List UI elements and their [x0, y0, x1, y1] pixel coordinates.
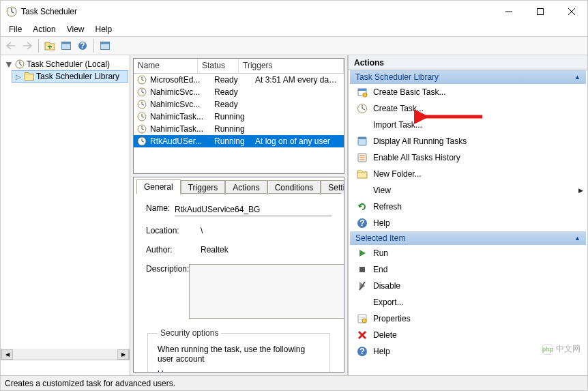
- action-item[interactable]: ? Help: [350, 215, 586, 231]
- app-icon: [6, 6, 17, 17]
- cell-triggers: At log on of any user: [251, 136, 344, 146]
- action-label: Create Basic Task...: [373, 87, 446, 97]
- menu-view[interactable]: View: [61, 23, 90, 35]
- action-item[interactable]: Delete: [350, 327, 586, 343]
- menu-file[interactable]: File: [3, 23, 27, 35]
- action-label: Import Task...: [373, 120, 422, 130]
- menu-action[interactable]: Action: [27, 23, 61, 35]
- nav-forward-button[interactable]: [20, 38, 35, 53]
- title-bar: Task Scheduler: [1, 1, 587, 23]
- tab-conditions[interactable]: Conditions: [267, 180, 321, 194]
- disable-icon: [357, 280, 368, 291]
- action-item[interactable]: View ▶: [350, 182, 586, 199]
- close-button[interactable]: [556, 1, 587, 23]
- toolbar: ?: [1, 36, 587, 55]
- toolbar-separator: [93, 39, 94, 53]
- action-item[interactable]: Properties: [350, 310, 586, 327]
- action-item[interactable]: End: [350, 261, 586, 278]
- action-item[interactable]: Display All Running Tasks: [350, 133, 586, 149]
- tree-root[interactable]: ⯆ Task Scheduler (Local): [2, 58, 128, 70]
- svg-point-56: [362, 319, 366, 323]
- svg-text:?: ?: [80, 41, 85, 50]
- expand-toggle-icon[interactable]: ▷: [14, 73, 23, 81]
- minimize-button[interactable]: [493, 1, 525, 23]
- table-row[interactable]: MicrosoftEd... Ready At 3:51 AM every da…: [134, 74, 344, 86]
- folder-icon: [24, 71, 35, 82]
- nav-back-button[interactable]: [3, 38, 18, 53]
- action-group-selected-head[interactable]: Selected Item ▲: [350, 231, 586, 245]
- action-label: New Folder...: [373, 169, 422, 179]
- watermark-text: 中文网: [556, 343, 580, 355]
- label-name: Name:: [146, 203, 175, 213]
- toolbar-help-button[interactable]: ?: [75, 38, 90, 53]
- action-item[interactable]: Import Task...: [350, 117, 586, 133]
- tab-actions[interactable]: Actions: [225, 180, 267, 194]
- watermark-logo-icon: php: [542, 344, 553, 355]
- col-triggers[interactable]: Triggers: [239, 59, 344, 73]
- tab-triggers[interactable]: Triggers: [181, 180, 226, 194]
- scroll-left-button[interactable]: ◀: [1, 349, 13, 360]
- tree-library[interactable]: ▷ Task Scheduler Library: [12, 70, 128, 83]
- table-row[interactable]: NahimicTask... Running: [134, 111, 344, 123]
- tab-general[interactable]: General: [136, 179, 181, 194]
- actions-pane-title: Actions: [349, 55, 587, 70]
- table-row[interactable]: NahimicSvc... Ready: [134, 86, 344, 98]
- security-line-1: When running the task, use the following…: [158, 345, 320, 364]
- expand-toggle-icon[interactable]: ⯆: [5, 61, 13, 68]
- action-item[interactable]: Refresh: [350, 199, 586, 215]
- field-description-box[interactable]: [189, 264, 344, 319]
- action-item[interactable]: New Folder...: [350, 166, 586, 182]
- table-row[interactable]: NahimicTask... Running: [134, 123, 344, 135]
- action-label: View: [373, 186, 391, 195]
- delete-icon: [357, 330, 368, 341]
- cell-name: NahimicTask...: [146, 124, 210, 134]
- blank-icon: [357, 185, 368, 196]
- details-tabs: General Triggers Actions Conditions Sett…: [134, 177, 344, 194]
- svg-rect-37: [358, 89, 366, 91]
- menu-help[interactable]: Help: [90, 23, 118, 35]
- maximize-button[interactable]: [525, 1, 556, 23]
- label-description: Description:: [146, 264, 189, 274]
- action-label: Refresh: [373, 202, 402, 212]
- display-icon: [357, 136, 368, 147]
- center-pane: Name Status Triggers MicrosoftEd... Read…: [130, 55, 348, 375]
- toolbar-separator: [38, 39, 39, 53]
- cell-name: NahimicSvc...: [146, 87, 210, 97]
- wizard-icon: [357, 87, 368, 98]
- scroll-right-button[interactable]: ▶: [117, 349, 129, 360]
- table-row[interactable]: NahimicSvc... Ready: [134, 98, 344, 111]
- cell-name: NahimicTask...: [146, 112, 210, 121]
- svg-rect-13: [101, 42, 110, 44]
- action-item[interactable]: Create Basic Task...: [350, 84, 586, 100]
- action-group-library-head[interactable]: Task Scheduler Library ▲: [350, 70, 586, 84]
- tab-settings[interactable]: Settings: [321, 180, 344, 194]
- toolbar-folder-up-button[interactable]: [42, 38, 57, 53]
- svg-rect-9: [62, 42, 71, 44]
- col-name[interactable]: Name: [134, 59, 198, 73]
- col-status[interactable]: Status: [198, 59, 239, 73]
- cell-status: Ready: [210, 75, 251, 85]
- field-name-value[interactable]: [175, 203, 332, 216]
- history-icon: [357, 152, 368, 163]
- cell-name: NahimicSvc...: [146, 100, 210, 109]
- toolbar-pane-1-button[interactable]: [59, 38, 74, 53]
- toolbar-pane-2-button[interactable]: [98, 38, 113, 53]
- task-icon: [357, 103, 368, 114]
- action-item[interactable]: Enable All Tasks History: [350, 149, 586, 166]
- group-selected-label: Selected Item: [355, 233, 405, 243]
- action-label: Help: [373, 218, 390, 228]
- svg-rect-51: [359, 267, 365, 272]
- task-list[interactable]: Name Status Triggers MicrosoftEd... Read…: [133, 58, 344, 174]
- cell-triggers: At 3:51 AM every day - After: [251, 75, 344, 85]
- action-item[interactable]: Export...: [350, 294, 586, 310]
- action-item[interactable]: Run: [350, 245, 586, 261]
- action-item[interactable]: Create Task...: [350, 100, 586, 117]
- action-label: Enable All Tasks History: [373, 153, 460, 162]
- action-item[interactable]: Disable: [350, 278, 586, 294]
- nav-tree[interactable]: ⯆ Task Scheduler (Local) ▷ Task Schedule…: [1, 55, 130, 375]
- cell-status: Running: [210, 124, 251, 134]
- watermark: php 中文网: [542, 343, 580, 355]
- table-row[interactable]: RtkAudUSer... Running At log on of any u…: [134, 135, 344, 147]
- svg-point-38: [363, 93, 367, 97]
- action-label: End: [373, 265, 387, 274]
